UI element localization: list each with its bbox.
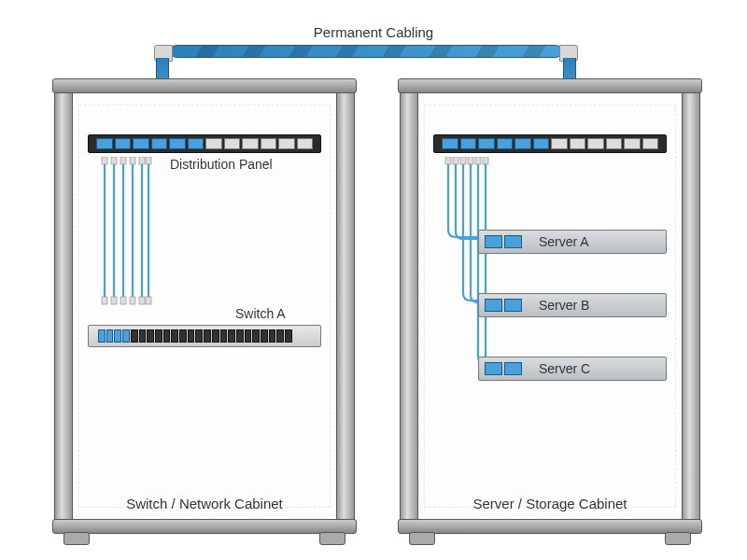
switch-port [114,329,121,343]
patch-port [278,138,295,149]
svg-rect-20 [120,297,126,304]
patch-port [151,138,168,149]
svg-rect-29 [483,157,488,164]
patch-port [188,138,204,149]
patch-port [478,138,495,149]
patch-port [497,138,514,149]
right-cabinet-label: Server / Storage Cabinet [403,496,697,511]
patch-port [205,138,222,149]
patch-port [642,138,659,149]
switch-port [163,329,171,343]
permanent-cable [170,45,562,58]
patch-port [96,138,113,149]
patch-port [460,138,477,149]
server-b: Server B [478,293,667,317]
svg-rect-28 [475,157,481,164]
svg-rect-17 [146,157,151,164]
switch-port [204,329,211,343]
patch-to-server-cables [441,157,497,381]
patch-ports-right [442,138,658,149]
svg-rect-27 [468,157,473,164]
switch-port [261,329,268,343]
patch-port [570,138,586,149]
switch-ports [98,329,292,343]
patch-port [624,138,641,149]
svg-rect-26 [460,157,466,164]
distribution-patch-panel-left [88,134,321,153]
switch-port [285,329,292,343]
left-cabinet-label: Switch / Network Cabinet [58,496,351,511]
svg-rect-22 [139,297,145,304]
svg-rect-18 [102,297,107,304]
switch-port [131,329,138,343]
switch-port [276,329,284,343]
svg-rect-21 [130,297,135,304]
patch-port [169,138,186,149]
patch-port [115,138,132,149]
server-c: Server C [478,357,667,381]
network-cabling-diagram: Permanent Cabling [0,0,747,560]
server-c-label: Server C [539,361,590,376]
svg-rect-14 [120,157,126,164]
switch-port [220,329,228,343]
svg-rect-15 [130,157,135,164]
patch-port [297,138,314,149]
server-a: Server A [478,230,667,254]
patch-port [514,138,531,149]
patch-port [224,138,241,149]
patch-to-switch-cables [97,157,153,306]
switch-port [245,329,252,343]
switch-port [179,329,187,343]
switch-port [269,329,276,343]
switch-port [139,329,147,343]
switch-network-cabinet: Distribution Panel Switch A [56,82,353,530]
distribution-panel-label: Distribution Panel [170,157,273,172]
distribution-patch-panel-right [433,134,667,153]
switch-port [155,329,162,343]
switch-port [106,329,114,343]
patch-port [133,138,149,149]
patch-ports-left [96,138,313,149]
server-storage-cabinet: Server A Server B Server C Server / Stor… [402,82,698,530]
switch-port [236,329,244,343]
switch-port [228,329,235,343]
svg-rect-23 [146,297,151,304]
server-a-label: Server A [539,234,589,249]
svg-rect-16 [139,157,145,164]
svg-rect-24 [445,157,451,164]
patch-port [533,138,550,149]
switch-port [252,329,260,343]
switch-port [98,329,106,343]
svg-rect-25 [453,157,458,164]
switch-port [212,329,219,343]
patch-port [442,138,458,149]
svg-rect-13 [111,157,117,164]
patch-port [587,138,604,149]
switch-a-label: Switch A [235,306,286,321]
switch-port [147,329,154,343]
svg-rect-19 [111,297,117,304]
server-b-label: Server B [539,298,589,313]
svg-rect-12 [102,157,107,164]
switch-port [188,329,195,343]
patch-port [242,138,259,149]
switch-port [122,329,130,343]
switch-port [171,329,178,343]
permanent-cabling-label: Permanent Cabling [314,24,433,40]
patch-port [606,138,623,149]
patch-port [261,138,277,149]
switch-a [88,325,321,347]
patch-port [551,138,568,149]
switch-port [195,329,203,343]
